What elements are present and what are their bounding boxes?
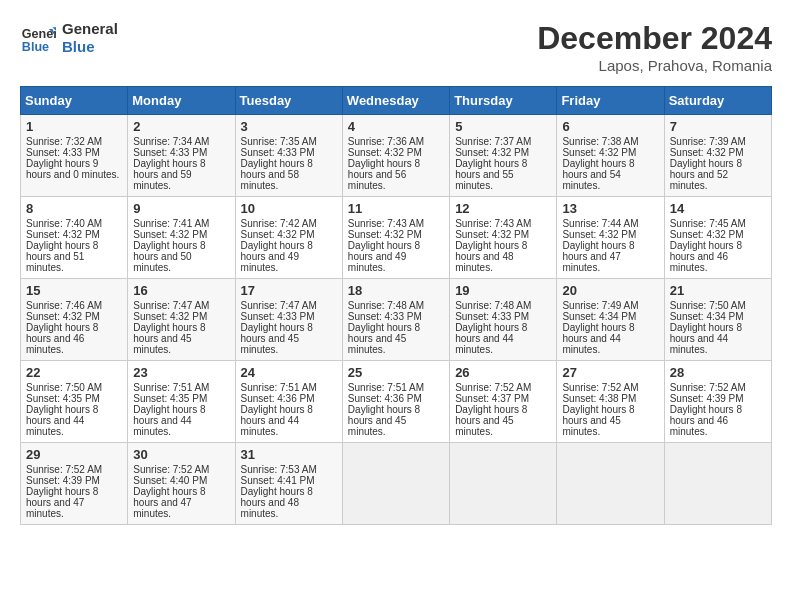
header-friday: Friday xyxy=(557,87,664,115)
calendar-cell: 6Sunrise: 7:38 AMSunset: 4:32 PMDaylight… xyxy=(557,115,664,197)
calendar-cell: 9Sunrise: 7:41 AMSunset: 4:32 PMDaylight… xyxy=(128,197,235,279)
sunrise-text: Sunrise: 7:52 AM xyxy=(26,464,102,475)
sunrise-text: Sunrise: 7:49 AM xyxy=(562,300,638,311)
calendar-cell: 28Sunrise: 7:52 AMSunset: 4:39 PMDayligh… xyxy=(664,361,771,443)
sunset-text: Sunset: 4:33 PM xyxy=(455,311,529,322)
day-number: 30 xyxy=(133,447,229,462)
day-number: 1 xyxy=(26,119,122,134)
day-number: 25 xyxy=(348,365,444,380)
header-sunday: Sunday xyxy=(21,87,128,115)
sunset-text: Sunset: 4:33 PM xyxy=(26,147,100,158)
calendar-cell: 8Sunrise: 7:40 AMSunset: 4:32 PMDaylight… xyxy=(21,197,128,279)
day-number: 27 xyxy=(562,365,658,380)
calendar-cell: 24Sunrise: 7:51 AMSunset: 4:36 PMDayligh… xyxy=(235,361,342,443)
sunrise-text: Sunrise: 7:34 AM xyxy=(133,136,209,147)
sunset-text: Sunset: 4:36 PM xyxy=(241,393,315,404)
sunset-text: Sunset: 4:32 PM xyxy=(670,147,744,158)
calendar-cell: 23Sunrise: 7:51 AMSunset: 4:35 PMDayligh… xyxy=(128,361,235,443)
sunrise-text: Sunrise: 7:43 AM xyxy=(455,218,531,229)
logo-blue: Blue xyxy=(62,38,118,56)
sunrise-text: Sunrise: 7:50 AM xyxy=(26,382,102,393)
sunset-text: Sunset: 4:32 PM xyxy=(455,147,529,158)
daylight-text: Daylight hours 8 hours and 44 minutes. xyxy=(133,404,205,437)
day-number: 4 xyxy=(348,119,444,134)
day-number: 20 xyxy=(562,283,658,298)
sunset-text: Sunset: 4:34 PM xyxy=(670,311,744,322)
daylight-text: Daylight hours 8 hours and 45 minutes. xyxy=(241,322,313,355)
day-number: 2 xyxy=(133,119,229,134)
day-number: 19 xyxy=(455,283,551,298)
logo-general: General xyxy=(62,20,118,38)
daylight-text: Daylight hours 8 hours and 44 minutes. xyxy=(562,322,634,355)
day-number: 31 xyxy=(241,447,337,462)
day-number: 5 xyxy=(455,119,551,134)
daylight-text: Daylight hours 8 hours and 46 minutes. xyxy=(670,240,742,273)
calendar-week-row: 22Sunrise: 7:50 AMSunset: 4:35 PMDayligh… xyxy=(21,361,772,443)
sunrise-text: Sunrise: 7:51 AM xyxy=(241,382,317,393)
sunset-text: Sunset: 4:32 PM xyxy=(348,229,422,240)
daylight-text: Daylight hours 8 hours and 52 minutes. xyxy=(670,158,742,191)
header-tuesday: Tuesday xyxy=(235,87,342,115)
sunset-text: Sunset: 4:39 PM xyxy=(26,475,100,486)
calendar-cell: 26Sunrise: 7:52 AMSunset: 4:37 PMDayligh… xyxy=(450,361,557,443)
sunrise-text: Sunrise: 7:51 AM xyxy=(133,382,209,393)
calendar-cell: 13Sunrise: 7:44 AMSunset: 4:32 PMDayligh… xyxy=(557,197,664,279)
header-monday: Monday xyxy=(128,87,235,115)
daylight-text: Daylight hours 8 hours and 56 minutes. xyxy=(348,158,420,191)
header-saturday: Saturday xyxy=(664,87,771,115)
sunrise-text: Sunrise: 7:48 AM xyxy=(455,300,531,311)
calendar-cell: 17Sunrise: 7:47 AMSunset: 4:33 PMDayligh… xyxy=(235,279,342,361)
sunrise-text: Sunrise: 7:52 AM xyxy=(562,382,638,393)
daylight-text: Daylight hours 8 hours and 45 minutes. xyxy=(562,404,634,437)
title-block: December 2024 Lapos, Prahova, Romania xyxy=(537,20,772,74)
sunrise-text: Sunrise: 7:39 AM xyxy=(670,136,746,147)
daylight-text: Daylight hours 9 hours and 0 minutes. xyxy=(26,158,119,180)
daylight-text: Daylight hours 8 hours and 45 minutes. xyxy=(348,404,420,437)
sunrise-text: Sunrise: 7:41 AM xyxy=(133,218,209,229)
day-number: 23 xyxy=(133,365,229,380)
daylight-text: Daylight hours 8 hours and 44 minutes. xyxy=(241,404,313,437)
day-number: 17 xyxy=(241,283,337,298)
day-number: 28 xyxy=(670,365,766,380)
day-number: 12 xyxy=(455,201,551,216)
sunset-text: Sunset: 4:32 PM xyxy=(26,229,100,240)
daylight-text: Daylight hours 8 hours and 50 minutes. xyxy=(133,240,205,273)
sunrise-text: Sunrise: 7:52 AM xyxy=(670,382,746,393)
calendar-cell: 25Sunrise: 7:51 AMSunset: 4:36 PMDayligh… xyxy=(342,361,449,443)
sunset-text: Sunset: 4:33 PM xyxy=(241,311,315,322)
sunset-text: Sunset: 4:35 PM xyxy=(133,393,207,404)
daylight-text: Daylight hours 8 hours and 46 minutes. xyxy=(670,404,742,437)
calendar-week-row: 29Sunrise: 7:52 AMSunset: 4:39 PMDayligh… xyxy=(21,443,772,525)
daylight-text: Daylight hours 8 hours and 48 minutes. xyxy=(241,486,313,519)
sunrise-text: Sunrise: 7:47 AM xyxy=(133,300,209,311)
sunrise-text: Sunrise: 7:48 AM xyxy=(348,300,424,311)
day-number: 15 xyxy=(26,283,122,298)
sunrise-text: Sunrise: 7:51 AM xyxy=(348,382,424,393)
calendar-cell: 29Sunrise: 7:52 AMSunset: 4:39 PMDayligh… xyxy=(21,443,128,525)
calendar-cell: 31Sunrise: 7:53 AMSunset: 4:41 PMDayligh… xyxy=(235,443,342,525)
daylight-text: Daylight hours 8 hours and 45 minutes. xyxy=(348,322,420,355)
sunrise-text: Sunrise: 7:36 AM xyxy=(348,136,424,147)
sunrise-text: Sunrise: 7:44 AM xyxy=(562,218,638,229)
calendar-week-row: 1Sunrise: 7:32 AMSunset: 4:33 PMDaylight… xyxy=(21,115,772,197)
sunset-text: Sunset: 4:32 PM xyxy=(133,229,207,240)
location-subtitle: Lapos, Prahova, Romania xyxy=(537,57,772,74)
calendar-cell: 15Sunrise: 7:46 AMSunset: 4:32 PMDayligh… xyxy=(21,279,128,361)
sunset-text: Sunset: 4:32 PM xyxy=(670,229,744,240)
sunrise-text: Sunrise: 7:53 AM xyxy=(241,464,317,475)
calendar-cell: 5Sunrise: 7:37 AMSunset: 4:32 PMDaylight… xyxy=(450,115,557,197)
daylight-text: Daylight hours 8 hours and 49 minutes. xyxy=(241,240,313,273)
sunset-text: Sunset: 4:33 PM xyxy=(133,147,207,158)
day-number: 10 xyxy=(241,201,337,216)
daylight-text: Daylight hours 8 hours and 51 minutes. xyxy=(26,240,98,273)
sunrise-text: Sunrise: 7:43 AM xyxy=(348,218,424,229)
daylight-text: Daylight hours 8 hours and 44 minutes. xyxy=(670,322,742,355)
sunset-text: Sunset: 4:32 PM xyxy=(562,147,636,158)
calendar-cell: 10Sunrise: 7:42 AMSunset: 4:32 PMDayligh… xyxy=(235,197,342,279)
sunrise-text: Sunrise: 7:37 AM xyxy=(455,136,531,147)
sunrise-text: Sunrise: 7:40 AM xyxy=(26,218,102,229)
day-number: 21 xyxy=(670,283,766,298)
daylight-text: Daylight hours 8 hours and 45 minutes. xyxy=(133,322,205,355)
svg-text:Blue: Blue xyxy=(22,40,49,54)
daylight-text: Daylight hours 8 hours and 44 minutes. xyxy=(26,404,98,437)
